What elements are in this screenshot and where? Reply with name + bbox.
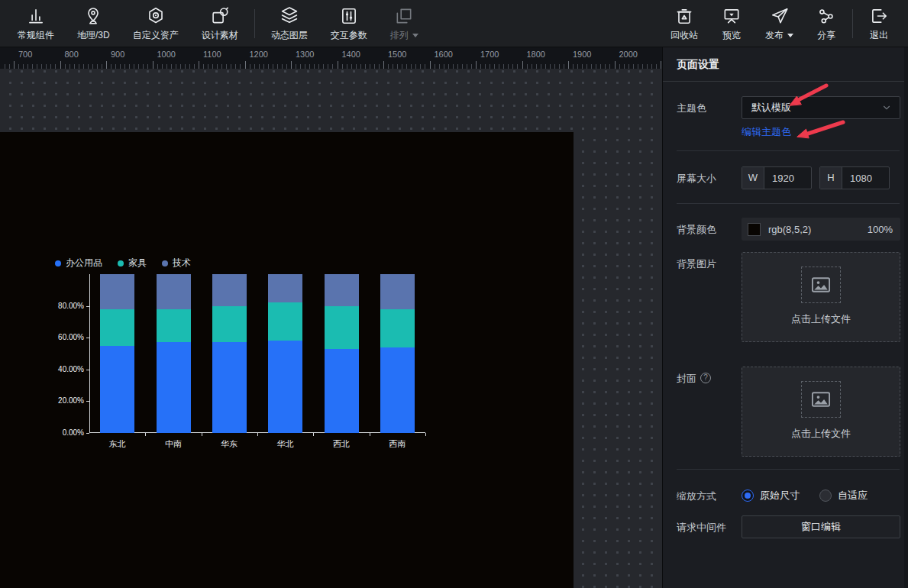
ruler-tick (415, 64, 416, 69)
ruler-tick (532, 64, 532, 69)
ruler-label: 2000 (619, 50, 638, 59)
ruler-tick (397, 64, 398, 69)
cover-upload[interactable]: 点击上传文件 (742, 367, 900, 457)
ruler-tick (134, 64, 134, 69)
ruler-tick (263, 64, 264, 69)
ruler-tick (162, 64, 163, 69)
ruler-tick (559, 64, 560, 69)
ruler-tick (176, 64, 176, 69)
ruler-tick (605, 64, 606, 69)
ruler-tick (18, 64, 19, 69)
ruler-tick (166, 64, 167, 69)
toolbar-item-map-pin[interactable]: 地理/3D (66, 0, 121, 47)
ruler-tick (277, 64, 278, 69)
ruler-tick (245, 61, 246, 69)
ruler-tick (92, 64, 93, 69)
horizontal-ruler: 7008009001000110012001300140015001600170… (0, 47, 662, 69)
legend-item[interactable]: 技术 (162, 257, 191, 270)
stacked-bar-华东[interactable] (212, 274, 247, 433)
stacked-bar-西南[interactable] (380, 274, 415, 433)
ruler-label: 1800 (527, 50, 545, 59)
image-placeholder-icon (801, 381, 841, 418)
ruler-tick (180, 64, 181, 69)
share-nodes-icon (816, 5, 836, 26)
toolbar-item-label: 回收站 (670, 29, 698, 42)
legend-item[interactable]: 家具 (118, 257, 147, 270)
image-placeholder-icon (801, 267, 841, 303)
ruler-tick (97, 64, 98, 69)
ruler-tick (628, 64, 629, 69)
toolbar-item-bar-chart[interactable]: 常规组件 (6, 0, 66, 47)
edit-theme-color-link[interactable]: 编辑主题色 (742, 125, 791, 139)
editor-workspace[interactable]: 办公用品家具技术 0.00%20.00%40.00%60.00%80.00%东北… (0, 69, 662, 588)
ruler-tick (124, 64, 125, 69)
middleware-label: 请求中间件 (677, 515, 742, 538)
ruler-tick (568, 61, 569, 69)
ruler-tick (600, 64, 601, 69)
ruler-tick (14, 61, 15, 69)
toolbar-item-label: 排列 (390, 29, 418, 42)
ruler-tick (439, 64, 440, 69)
ruler-tick (50, 64, 51, 69)
ruler-tick (541, 64, 541, 69)
stacked-bar-东北[interactable] (100, 274, 134, 433)
toolbar-item-paper-plane[interactable]: 发布 (754, 0, 805, 47)
toolbar-item-trash[interactable]: 回收站 (659, 0, 709, 47)
ruler-tick (444, 64, 444, 69)
scale-option-0[interactable]: 原始尺寸 (742, 487, 800, 503)
legend-dot-icon (162, 260, 168, 267)
ruler-tick (388, 64, 389, 69)
toolbar-item-design-asset[interactable]: 设计素材 (190, 0, 250, 47)
ruler-tick (88, 64, 89, 69)
ruler-tick (342, 64, 343, 69)
screen-size-label: 屏幕大小 (677, 166, 742, 189)
bar-segment-技术 (325, 274, 359, 306)
bar-segment-办公用品 (212, 342, 247, 433)
window-edit-button[interactable]: 窗口编辑 (742, 515, 900, 538)
bg-color-picker[interactable]: rgb(8,5,2) 100% (742, 218, 900, 241)
page-settings-panel: 页面设置 主题色 默认模版 编辑主题色 屏幕大小 W 1920 H 1080 (662, 47, 908, 588)
screen-height-input[interactable]: H 1080 (819, 166, 890, 189)
toolbar-item-preview-screen[interactable]: 预览 (709, 0, 754, 47)
toolbar-item-exit[interactable]: 退出 (858, 0, 900, 47)
ruler-tick (490, 64, 490, 69)
ruler-tick (624, 64, 625, 69)
ruler-tick (226, 64, 227, 69)
ruler-tick (651, 64, 652, 69)
ruler-tick (194, 64, 195, 69)
toolbar-item-label: 退出 (870, 29, 888, 42)
ruler-tick (420, 64, 421, 69)
upload-text: 点击上传文件 (791, 427, 851, 441)
sliders-icon (339, 5, 359, 26)
ruler-tick (147, 64, 148, 69)
legend-item[interactable]: 办公用品 (55, 257, 102, 270)
toolbar-item-hexagon-nut[interactable]: 自定义资产 (121, 0, 190, 47)
ruler-tick (536, 64, 537, 69)
bg-image-upload[interactable]: 点击上传文件 (742, 252, 900, 342)
scale-option-1[interactable]: 自适应 (819, 487, 868, 503)
ruler-tick (471, 64, 472, 69)
ruler-tick (462, 64, 463, 69)
stacked-bar-中南[interactable] (157, 274, 191, 433)
height-prefix: H (820, 167, 842, 189)
x-axis-tick (313, 433, 314, 436)
screen-width-input[interactable]: W 1920 (742, 166, 812, 189)
ruler-tick (157, 64, 158, 69)
stacked-bar-西北[interactable] (325, 274, 359, 433)
ruler-tick (111, 64, 111, 69)
ruler-tick (647, 64, 648, 69)
radio-unselected-icon (819, 489, 832, 502)
design-canvas[interactable]: 办公用品家具技术 0.00%20.00%40.00%60.00%80.00%东北… (0, 132, 574, 588)
toolbar-item-sliders[interactable]: 交互参数 (319, 0, 379, 47)
stacked-bar-华北[interactable] (268, 274, 302, 433)
theme-template-dropdown[interactable]: 默认模版 (742, 96, 900, 119)
ruler-tick (338, 61, 338, 69)
toolbar-item-layers[interactable]: 动态图层 (260, 0, 319, 47)
ruler-label: 1700 (480, 50, 499, 59)
upload-text: 点击上传文件 (791, 312, 851, 326)
toolbar-item-label: 预览 (722, 29, 741, 42)
ruler-tick (347, 64, 347, 69)
toolbar-item-share-nodes[interactable]: 分享 (805, 0, 848, 47)
x-axis-category-label: 西北 (313, 438, 369, 450)
help-icon[interactable]: ? (700, 373, 711, 383)
